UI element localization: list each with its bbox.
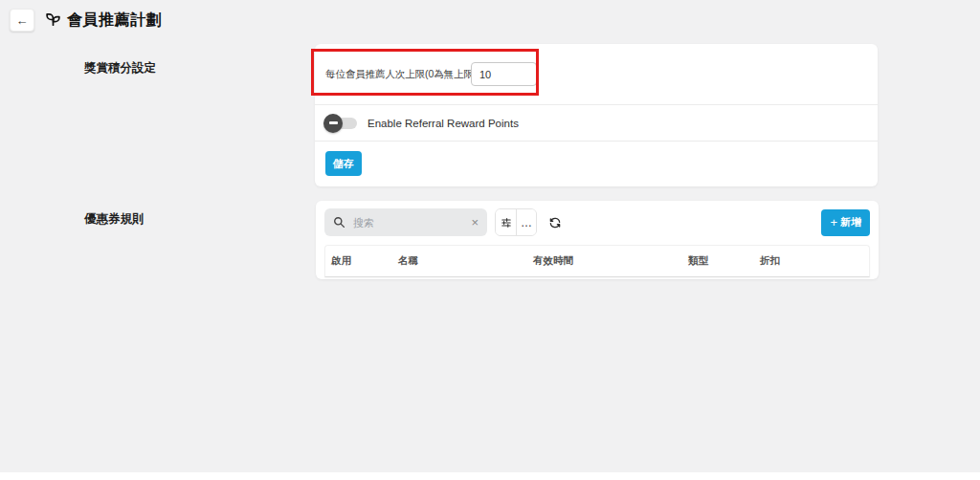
column-header-discount: 折扣 [754, 254, 869, 268]
reward-settings-label: 獎賞積分設定 [84, 60, 156, 76]
sliders-icon [501, 217, 512, 229]
column-header-name: 名稱 [392, 254, 527, 268]
member-referral-page: ← 會員推薦計劃 獎賞積分設定 優惠券規則 每位會員推薦人次上限(0為無上限) … [0, 0, 980, 480]
filter-sliders-button[interactable] [496, 209, 516, 235]
clear-search-icon[interactable]: × [471, 216, 479, 229]
save-button[interactable]: 儲存 [325, 151, 362, 176]
bottom-scroll-strip [0, 472, 980, 480]
referral-limit-input[interactable] [471, 62, 537, 86]
back-button[interactable]: ← [10, 9, 34, 32]
seedling-icon [45, 11, 61, 28]
referral-limit-label: 每位會員推薦人次上限(0為無上限) [325, 68, 477, 81]
coupon-rules-card: × … [316, 201, 879, 279]
toggle-knob-off-icon [323, 114, 343, 133]
column-header-type: 類型 [682, 254, 754, 268]
search-input[interactable] [351, 216, 465, 229]
reward-toggle-row: Enable Referral Reward Points [315, 105, 878, 142]
add-button-label: 新增 [840, 215, 861, 229]
coupon-table-header: 啟用 名稱 有效時間 類型 折扣 [324, 245, 870, 277]
save-row: 儲存 [315, 142, 878, 185]
search-icon [333, 216, 345, 229]
referral-limit-row: 每位會員推薦人次上限(0為無上限) [315, 44, 878, 105]
arrow-left-icon: ← [16, 13, 29, 28]
toggle-label: Enable Referral Reward Points [368, 118, 519, 129]
reward-settings-card: 每位會員推薦人次上限(0為無上限) Enable Referral Reward… [315, 44, 878, 186]
refresh-button[interactable] [548, 216, 562, 229]
plus-icon: + [830, 216, 837, 229]
page-title: 會員推薦計劃 [67, 11, 162, 31]
search-box: × [324, 208, 487, 236]
table-tools-group: … [495, 208, 537, 236]
add-coupon-button[interactable]: + 新增 [821, 209, 870, 236]
referral-reward-toggle[interactable] [325, 114, 357, 133]
column-header-enable: 啟用 [325, 254, 392, 268]
ellipsis-icon: … [521, 216, 532, 229]
coupon-rules-label: 優惠券規則 [84, 211, 145, 228]
more-options-button[interactable]: … [516, 209, 536, 235]
refresh-icon [548, 216, 562, 229]
column-header-valid-time: 有效時間 [527, 254, 682, 268]
coupon-toolbar: × … [324, 208, 870, 236]
